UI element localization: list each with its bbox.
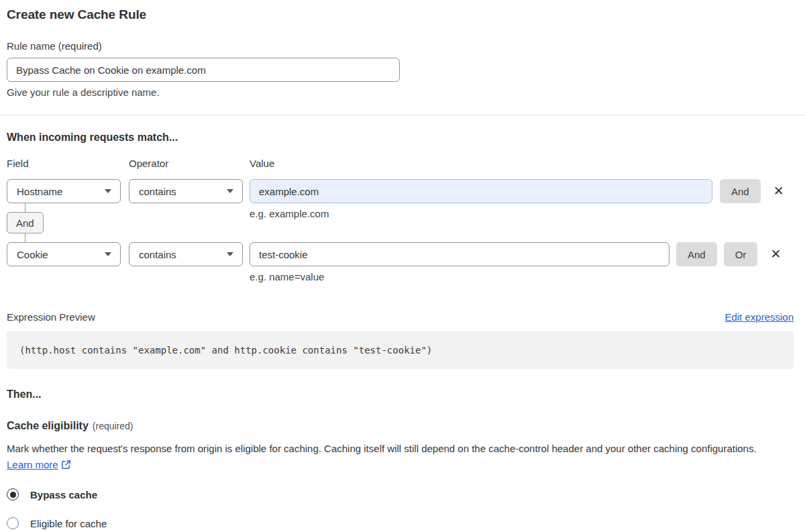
operator-select-row2[interactable]: contains — [129, 242, 243, 266]
expression-preview-header: Expression Preview Edit expression — [7, 311, 794, 323]
create-cache-rule-form: Create new Cache Rule Rule name (require… — [0, 0, 805, 529]
cache-eligibility-heading: Cache eligibility(required) — [7, 420, 794, 432]
expression-code-block: (http.host contains "example.com" and ht… — [7, 331, 794, 369]
cache-eligibility-title: Cache eligibility — [7, 420, 89, 431]
learn-more-link[interactable]: Learn more — [7, 459, 58, 470]
operator-select-row1-value: contains — [139, 186, 176, 197]
edit-expression-link[interactable]: Edit expression — [724, 311, 794, 323]
chevron-down-icon — [105, 189, 111, 193]
field-select-row2[interactable]: Cookie — [7, 242, 121, 266]
and-connector-button[interactable]: And — [7, 212, 44, 233]
chevron-down-icon — [227, 189, 233, 193]
page-title: Create new Cache Rule — [7, 7, 794, 22]
section-divider — [0, 115, 805, 115]
eligible-for-cache-label: Eligible for cache — [30, 518, 107, 529]
close-icon: ✕ — [770, 247, 781, 261]
operator-column-label: Operator — [129, 158, 250, 169]
add-and-condition-button-row2[interactable]: And — [676, 242, 717, 266]
condition-row-2: Cookie contains And Or ✕ — [7, 242, 794, 266]
bypass-cache-label: Bypass cache — [30, 489, 97, 500]
match-column-labels: Field Operator Value — [7, 158, 794, 169]
radio-unselected-icon[interactable] — [7, 517, 19, 529]
rule-name-label: Rule name (required) — [7, 40, 794, 52]
field-select-row1[interactable]: Hostname — [7, 179, 121, 203]
value-hint-row1: e.g. example.com — [250, 208, 329, 219]
bypass-cache-option[interactable]: Bypass cache — [7, 488, 794, 500]
radio-selected-icon[interactable] — [7, 488, 19, 500]
expression-preview-label: Expression Preview — [7, 311, 95, 323]
cache-eligibility-description: Mark whether the request's response from… — [7, 441, 794, 473]
connector-line — [25, 203, 25, 212]
eligible-for-cache-option[interactable]: Eligible for cache — [7, 517, 794, 529]
chevron-down-icon — [227, 252, 233, 256]
rule-name-help: Give your rule a descriptive name. — [7, 87, 794, 98]
external-link-icon — [61, 460, 71, 470]
description-text: Mark whether the request's response from… — [7, 443, 757, 454]
rule-name-input[interactable] — [7, 58, 400, 82]
remove-condition-button-row2[interactable]: ✕ — [764, 242, 787, 266]
value-input-row1[interactable] — [250, 179, 712, 203]
remove-condition-button-row1[interactable]: ✕ — [767, 179, 790, 203]
field-select-row2-value: Cookie — [17, 249, 48, 260]
field-select-row1-value: Hostname — [17, 186, 62, 197]
value-hint-row2: e.g. name=value — [250, 271, 794, 282]
close-icon: ✕ — [773, 184, 784, 198]
match-section-heading: When incoming requests match... — [7, 131, 794, 144]
value-input-row2[interactable] — [250, 242, 669, 266]
field-column-label: Field — [7, 158, 129, 169]
add-and-condition-button-row1[interactable]: And — [720, 179, 761, 203]
operator-select-row1[interactable]: contains — [129, 179, 243, 203]
value-column-label: Value — [250, 158, 274, 169]
chevron-down-icon — [105, 252, 111, 256]
then-section-heading: Then... — [7, 388, 794, 401]
required-note: (required) — [93, 421, 133, 431]
operator-select-row2-value: contains — [139, 249, 176, 260]
connector-line — [25, 233, 25, 242]
connector-zone: And e.g. example.com — [7, 203, 794, 242]
condition-row-1: Hostname contains And ✕ — [7, 179, 794, 203]
radio-dot — [10, 492, 16, 498]
add-or-condition-button-row2[interactable]: Or — [724, 242, 758, 266]
